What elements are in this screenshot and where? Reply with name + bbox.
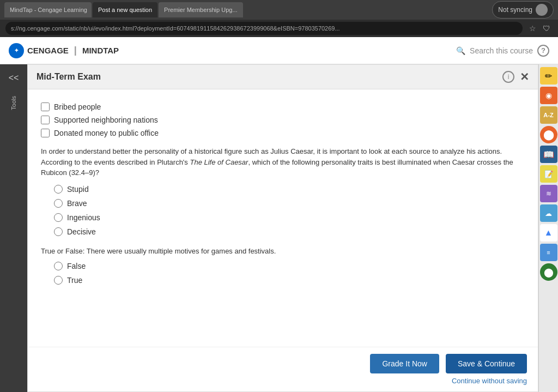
browser-tabs: MindTap - Cengage Learning Post a new qu…	[4, 2, 489, 17]
radio-group-tf: False True	[54, 262, 525, 285]
close-icon[interactable]: ✕	[520, 70, 529, 83]
checkbox-item-2[interactable]: Supported neighboring nations	[41, 116, 525, 124]
orange-ball-icon[interactable]: ⬤	[540, 126, 557, 143]
star-icon[interactable]: ☆	[527, 23, 538, 34]
drive-icon[interactable]: ▲	[540, 224, 557, 242]
note-icon[interactable]: 📝	[540, 165, 557, 183]
exam-title: Mid-Term Exam	[37, 72, 101, 82]
exam-header: Mid-Term Exam i ✕	[28, 65, 538, 89]
true-false-question-text: True or False: There were usually multip…	[41, 247, 525, 255]
checkbox-label-2: Supported neighboring nations	[54, 116, 158, 124]
sync-status-text: Not syncing	[498, 6, 532, 14]
footer-buttons: Grade It Now Save & Continue	[370, 354, 527, 373]
checkbox-bribed[interactable]	[41, 102, 50, 111]
radio-label-stupid: Stupid	[67, 185, 89, 194]
checkbox-group: Bribed people Supported neighboring nati…	[41, 102, 525, 137]
checkbox-label-1: Bribed people	[54, 102, 101, 111]
radio-false[interactable]	[54, 262, 63, 270]
brand-mindtap: MINDTAP	[82, 46, 119, 55]
info-icon[interactable]: i	[502, 71, 514, 83]
continue-without-saving-link[interactable]: Continue without saving	[452, 377, 527, 385]
radio-item-false[interactable]: False	[54, 262, 525, 270]
app-container: ✦ CENGAGE | MINDTAP 🔍 Search this course…	[0, 37, 558, 392]
radio-label-brave: Brave	[67, 199, 87, 208]
profile-avatar	[536, 4, 548, 16]
radio-label-decisive: Decisive	[67, 227, 96, 236]
doc-icon[interactable]: ≡	[540, 244, 557, 261]
checkbox-item-3[interactable]: Donated money to public office	[41, 129, 525, 137]
az-icon[interactable]: A-Z	[540, 106, 557, 124]
radio-decisive[interactable]	[54, 227, 63, 236]
pencil-icon[interactable]: ✏	[540, 67, 557, 85]
address-bar[interactable]: s://ng.cengage.com/static/nb/ui/evo/inde…	[5, 22, 523, 35]
search-area: 🔍 Search this course ?	[456, 45, 549, 57]
radio-item-decisive[interactable]: Decisive	[54, 227, 525, 236]
tab-2[interactable]: Post a new question	[93, 2, 157, 17]
exam-header-icons: i ✕	[502, 70, 529, 83]
radio-item-stupid[interactable]: Stupid	[54, 185, 525, 194]
sidebar-toggle[interactable]: <<	[5, 70, 22, 86]
checkbox-item-1[interactable]: Bribed people	[41, 102, 525, 111]
radio-group-q2: Stupid Brave Ingenious Decisive	[54, 185, 525, 236]
radio-ingenious[interactable]	[54, 213, 63, 222]
radio-label-ingenious: Ingenious	[67, 213, 100, 222]
address-bar-row: s://ng.cengage.com/static/nb/ui/evo/inde…	[0, 20, 558, 37]
browser-chrome: MindTap - Cengage Learning Post a new qu…	[0, 0, 558, 20]
shield-icon[interactable]: 🛡	[541, 23, 553, 34]
search-icon: 🔍	[456, 46, 465, 55]
checkbox-donated[interactable]	[41, 129, 50, 137]
grade-it-now-button[interactable]: Grade It Now	[370, 354, 439, 373]
exam-footer: Grade It Now Save & Continue Continue wi…	[28, 347, 538, 391]
logo-symbol: ✦	[14, 47, 19, 53]
radio-label-true: True	[67, 276, 82, 285]
tools-label: Tools	[10, 96, 17, 110]
search-placeholder-text[interactable]: Search this course	[470, 46, 533, 55]
tab-1[interactable]: MindTap - Cengage Learning	[4, 2, 92, 17]
cengage-logo: ✦	[9, 43, 24, 58]
tab-3[interactable]: Premier Membership Upg...	[159, 2, 243, 17]
body-layout: << Tools Mid-Term Exam i ✕	[0, 64, 558, 392]
connector-icon[interactable]: ≋	[540, 185, 557, 202]
radio-brave[interactable]	[54, 199, 63, 208]
radio-true[interactable]	[54, 276, 63, 285]
question-2-text: In order to understand better the person…	[41, 146, 525, 178]
exam-content[interactable]: Bribed people Supported neighboring nati…	[28, 89, 538, 347]
url-text: s://ng.cengage.com/static/nb/ui/evo/inde…	[11, 25, 340, 32]
radio-item-true[interactable]: True	[54, 276, 525, 285]
cloud-icon[interactable]: ☁	[540, 204, 557, 222]
top-nav: ✦ CENGAGE | MINDTAP 🔍 Search this course…	[0, 37, 558, 64]
radio-item-ingenious[interactable]: Ingenious	[54, 213, 525, 222]
save-continue-button[interactable]: Save & Continue	[446, 354, 527, 373]
right-sidebar: ✏ ◉ A-Z ⬤ 📖 📝 ≋ ☁ ▲ ≡ ⬤	[538, 64, 558, 392]
brand-cengage: CENGAGE	[27, 46, 69, 55]
help-icon[interactable]: ?	[537, 45, 549, 57]
checkbox-label-3: Donated money to public office	[54, 129, 159, 137]
rss-icon[interactable]: ◉	[540, 87, 557, 104]
radio-label-false: False	[67, 262, 86, 270]
checkbox-supported[interactable]	[41, 116, 50, 124]
radio-stupid[interactable]	[54, 185, 63, 194]
logo-divider: |	[74, 45, 77, 56]
green-circle-icon[interactable]: ⬤	[540, 263, 557, 281]
book-icon[interactable]: 📖	[540, 146, 557, 163]
logo-area: ✦ CENGAGE | MINDTAP	[9, 43, 119, 58]
left-sidebar: << Tools	[0, 64, 27, 392]
main-content: Mid-Term Exam i ✕ Bribed people	[27, 64, 538, 392]
radio-item-brave[interactable]: Brave	[54, 199, 525, 208]
exam-panel: Mid-Term Exam i ✕ Bribed people	[27, 64, 538, 392]
sync-status[interactable]: Not syncing	[492, 1, 554, 19]
browser-nav-icons: ☆ 🛡	[527, 23, 553, 34]
